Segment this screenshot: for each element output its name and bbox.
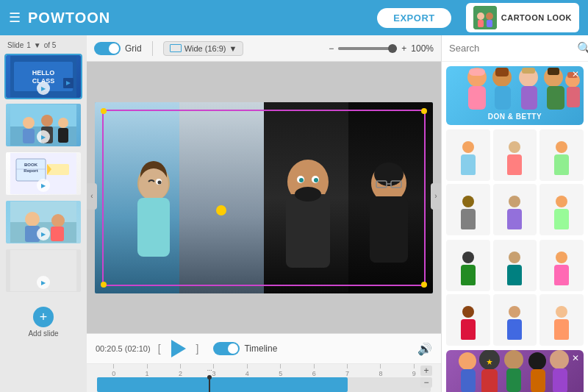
header: ☰ POWTOON EXPORT CARTOON LOOK [0,0,588,35]
zoom-slider[interactable] [338,47,397,50]
svg-rect-54 [468,86,486,110]
canvas-wrapper [87,62,441,333]
char-item-2[interactable] [493,129,537,181]
slide-thumbnail-1[interactable]: HELLO CLASS ▶ [4,54,82,99]
zoom-minus[interactable]: − [329,43,334,54]
svg-point-2 [486,13,493,20]
svg-rect-58 [495,86,511,110]
featured-don-betty[interactable]: ✕ [446,66,584,125]
tick-3: 3 [197,364,230,377]
char-item-5[interactable] [493,184,537,235]
slide-thumbnail-3[interactable]: BOOK Report ▶ [4,151,82,196]
yellow-anchor-dot[interactable] [216,205,226,215]
timeline-fill [97,377,348,392]
marker-line [209,379,210,392]
aspect-chevron: ▼ [229,44,237,53]
export-button[interactable]: EXPORT [377,8,451,28]
add-slide-label: Add slide [28,329,58,338]
slide-thumbnail-5[interactable]: ▶ [4,248,82,293]
zoom-control: − + 100% [329,43,434,54]
aspect-ratio-button[interactable]: Wide (16:9) ▼ [163,41,244,56]
mini-char-8 [506,252,523,288]
char-item-6[interactable] [539,184,584,235]
canvas-area: Grid Wide (16:9) ▼ − + 100% [87,35,441,392]
volume-icon[interactable]: 🔊 [417,342,432,356]
svg-rect-3 [478,20,484,27]
play-button[interactable] [168,338,189,359]
playback-bar: 00:20.5 (02:10) [ ] Timeline 🔊 [87,334,441,364]
svg-rect-67 [567,87,580,107]
char-item-10[interactable] [446,294,490,346]
svg-point-30 [51,214,65,227]
slide-current: 1 [26,41,31,49]
slide-chevron[interactable]: ▼ [34,41,41,49]
collapse-right-arrow[interactable]: › [431,183,441,210]
timeline-zoom-controls: + − [420,366,432,388]
collapse-left-arrow[interactable]: ‹ [87,183,97,210]
slide-total: of 5 [44,41,57,49]
timeline-zoom-in[interactable]: + [420,366,432,376]
cartoon-look-thumb [473,6,497,29]
tick-8: 8 [364,364,397,377]
char-item-12[interactable] [539,294,584,346]
slide-thumbnail-4[interactable]: ▶ [4,199,82,245]
search-icon[interactable]: 🔍 [577,41,588,55]
main-canvas[interactable] [95,102,433,293]
char-item-4[interactable] [446,184,490,235]
char-item-7[interactable] [446,240,490,291]
timeline-toggle-switch[interactable] [213,342,240,355]
timeline-track[interactable]: ··· [97,377,431,392]
close-heroes[interactable]: ✕ [572,353,579,363]
tick-5: 5 [264,364,297,377]
photo-person-1 [95,102,179,293]
grid-toggle[interactable] [94,42,121,55]
zoom-handle [388,44,397,53]
svg-rect-76 [531,369,545,392]
mini-char-2 [506,141,523,178]
char-item-3[interactable] [539,129,584,181]
svg-rect-63 [548,68,559,75]
search-bar: 🔍 [442,35,588,62]
close-don-betty[interactable]: ✕ [572,69,579,79]
svg-point-15 [41,115,53,126]
timeline-playhead[interactable]: ··· [207,367,212,392]
mini-char-1 [459,141,477,178]
zoom-plus[interactable]: + [401,43,406,54]
svg-rect-18 [58,128,68,143]
svg-rect-78 [553,368,567,392]
right-panel: 🔍 ✕ [441,35,588,392]
photo-overlay [95,102,433,293]
svg-rect-64 [547,86,564,110]
add-slide-button[interactable]: + Add slide [4,301,82,343]
svg-rect-71 [481,369,498,392]
slide-play-icon-2: ▶ [37,130,50,143]
bracket-open[interactable]: [ [158,343,161,354]
timeline-zoom-out[interactable]: − [420,377,432,388]
toolbar-divider-1 [152,41,153,56]
search-input[interactable] [449,43,573,54]
chars-row-1 [446,129,584,235]
svg-text:BOOK: BOOK [24,163,38,167]
cartoon-look-label: CARTOON LOOK [501,13,572,22]
cartoon-look-panel[interactable]: CARTOON LOOK [466,3,579,32]
char-item-8[interactable] [493,240,537,291]
grid-label: Grid [125,43,142,54]
char-item-11[interactable] [493,294,537,346]
bracket-close[interactable]: ] [196,343,199,354]
mini-char-10 [459,306,477,343]
slide-play-icon-1: ▶ [37,82,50,95]
timeline-panel: 00:20.5 (02:10) [ ] Timeline 🔊 0 1 2 [87,333,441,392]
timeline-ruler: 0 1 2 3 4 5 6 7 8 9 ··· [87,364,441,392]
featured-heroes-at-work[interactable]: ✕ [446,350,584,392]
svg-point-73 [504,350,523,369]
menu-icon[interactable]: ☰ [9,10,21,26]
slide-thumbnail-2[interactable]: ▶ [4,102,82,148]
slide-play-icon-3: ▶ [37,179,50,192]
time-display: 00:20.5 (02:10) [96,344,151,353]
svg-point-1 [477,13,484,20]
svg-point-13 [23,117,35,129]
mini-char-5 [506,196,523,232]
char-item-9[interactable] [539,240,584,291]
char-item-1[interactable] [446,129,490,181]
ruler-ticks: 0 1 2 3 4 5 6 7 8 9 [96,364,432,377]
